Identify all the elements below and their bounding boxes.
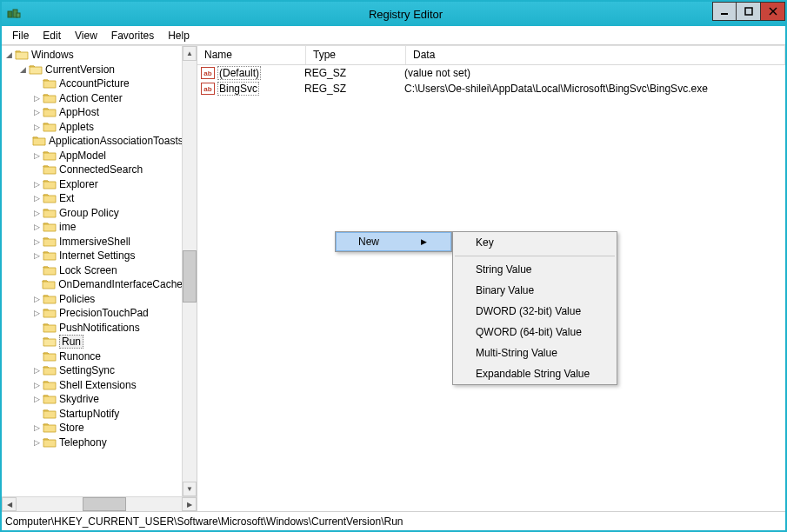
menu-favorites[interactable]: Favorites [104, 28, 161, 43]
menu-help[interactable]: Help [161, 28, 197, 43]
tree-vertical-scrollbar[interactable]: ▲ ▼ [182, 46, 197, 496]
value-data-cell: C:\Users\Oe-shilei\AppData\Local\Microso… [404, 83, 782, 95]
expand-icon[interactable]: ▷ [31, 437, 42, 448]
submenu-multistring-value[interactable]: Multi-String Value [453, 342, 617, 363]
tree-node-apphost[interactable]: ▷ AppHost [2, 105, 183, 120]
menu-view[interactable]: View [68, 28, 104, 43]
submenu-expandable-string-value[interactable]: Expandable String Value [453, 363, 617, 384]
expand-icon[interactable]: ▷ [31, 236, 42, 247]
tree-node-lock-screen[interactable]: Lock Screen [2, 263, 183, 278]
tree-node-applicationassociationtoasts[interactable]: ApplicationAssociationToasts [2, 134, 183, 149]
tree-node-telephony[interactable]: ▷ Telephony [2, 436, 183, 450]
new-submenu[interactable]: Key String Value Binary Value DWORD (32-… [452, 231, 617, 385]
scroll-down-arrow-icon[interactable]: ▼ [183, 482, 197, 496]
expand-icon[interactable]: ▷ [31, 365, 42, 376]
folder-icon [43, 264, 57, 276]
menu-file[interactable]: File [5, 28, 36, 43]
expand-icon[interactable]: ▷ [31, 122, 42, 132]
folder-icon [43, 150, 57, 162]
expand-icon[interactable]: ▷ [31, 179, 42, 190]
scroll-right-arrow-icon[interactable]: ▶ [182, 497, 197, 511]
expand-icon[interactable]: ▷ [31, 107, 42, 117]
tree-node-skydrive[interactable]: ▷ Skydrive [2, 392, 183, 407]
tree-node-label: ConnectedSearch [59, 163, 143, 176]
submenu-key[interactable]: Key [453, 232, 617, 253]
folder-icon [43, 163, 57, 176]
tree-node-action-center[interactable]: ▷ Action Center [2, 91, 183, 106]
folder-icon [43, 322, 57, 334]
expand-icon[interactable]: ▷ [31, 208, 42, 218]
scroll-track[interactable] [17, 497, 182, 511]
tree-node-ime[interactable]: ▷ ime [2, 220, 183, 235]
folder-icon [29, 63, 43, 76]
tree-node-windows[interactable]: ◢ Windows [2, 48, 183, 63]
scroll-up-arrow-icon[interactable]: ▲ [183, 46, 197, 61]
context-menu-new[interactable]: New ▶ [336, 232, 451, 251]
svg-rect-0 [8, 11, 12, 17]
folder-icon [43, 307, 57, 319]
tree-node-appmodel[interactable]: ▷ AppModel [2, 149, 183, 163]
close-button[interactable] [761, 2, 785, 21]
column-header-data[interactable]: Data [406, 46, 785, 64]
scroll-thumb[interactable] [183, 250, 197, 303]
value-name-label: (Default) [217, 66, 261, 80]
tree-node-store[interactable]: ▷ Store [2, 421, 183, 436]
scroll-track[interactable] [183, 61, 197, 482]
tree-node-startupnotify[interactable]: StartupNotify [2, 407, 183, 422]
expand-icon[interactable]: ▷ [31, 250, 42, 261]
tree-node-accountpicture[interactable]: AccountPicture [2, 76, 183, 91]
tree-node-run[interactable]: Run [2, 335, 183, 349]
submenu-dword-value[interactable]: DWORD (32-bit) Value [453, 301, 617, 322]
tree-node-ext[interactable]: ▷ Ext [2, 191, 183, 206]
expand-icon[interactable]: ▷ [31, 380, 42, 390]
tree-node-ondemandinterfacecache[interactable]: OnDemandInterfaceCache [2, 277, 183, 292]
tree-node-settingsync[interactable]: ▷ SettingSync [2, 363, 183, 378]
titlebar[interactable]: Registry Editor [2, 2, 785, 26]
expand-icon[interactable]: ▷ [31, 150, 42, 161]
expand-icon[interactable]: ▷ [31, 422, 42, 433]
context-menu[interactable]: New ▶ [335, 231, 452, 252]
tree-node-label: StartupNotify [59, 408, 119, 420]
expand-icon[interactable]: ▷ [31, 294, 42, 304]
minimize-button[interactable] [712, 2, 737, 21]
submenu-binary-value[interactable]: Binary Value [453, 280, 617, 301]
tree-node-label: Group Policy [59, 207, 119, 219]
column-header-name[interactable]: Name [197, 46, 306, 64]
collapse-icon[interactable]: ◢ [17, 64, 28, 75]
expand-icon[interactable]: ▷ [31, 222, 42, 232]
value-row[interactable]: ab BingSvc REG_SZ C:\Users\Oe-shilei\App… [197, 81, 785, 96]
tree-node-policies[interactable]: ▷ Policies [2, 292, 183, 307]
expand-icon[interactable]: ▷ [31, 193, 42, 203]
tree-node-group-policy[interactable]: ▷ Group Policy [2, 206, 183, 221]
tree-horizontal-scrollbar[interactable]: ◀ ▶ [2, 496, 197, 511]
value-row[interactable]: ab (Default) REG_SZ (value not set) [197, 65, 785, 81]
collapse-icon[interactable]: ◢ [3, 50, 14, 60]
expand-icon[interactable]: ▷ [31, 394, 42, 404]
scroll-left-arrow-icon[interactable]: ◀ [2, 497, 17, 511]
tree-node-applets[interactable]: ▷ Applets [2, 120, 183, 135]
scroll-thumb[interactable] [83, 497, 126, 511]
tree-node-currentversion[interactable]: ◢ CurrentVersion [2, 63, 183, 77]
tree-node-connectedsearch[interactable]: ConnectedSearch [2, 163, 183, 177]
tree-node-internet-settings[interactable]: ▷ Internet Settings [2, 249, 183, 263]
expand-icon[interactable]: ▷ [31, 93, 42, 103]
expander-blank [31, 279, 41, 289]
tree-panel: ◢ Windows ◢ CurrentVersion AccountPictur… [2, 46, 197, 511]
expand-icon[interactable]: ▷ [31, 308, 42, 318]
svg-rect-3 [721, 13, 728, 15]
maximize-button[interactable] [737, 2, 761, 21]
submenu-string-value[interactable]: String Value [453, 259, 617, 280]
menubar: File Edit View Favorites Help [2, 26, 785, 45]
expander-blank [31, 164, 42, 175]
tree-node-pushnotifications[interactable]: PushNotifications [2, 321, 183, 336]
registry-editor-window: Registry Editor File Edit View Favorites… [0, 0, 787, 532]
column-header-type[interactable]: Type [306, 46, 406, 64]
submenu-qword-value[interactable]: QWORD (64-bit) Value [453, 322, 617, 342]
tree-node-immersiveshell[interactable]: ▷ ImmersiveShell [2, 235, 183, 249]
tree-node-precisiontouchpad[interactable]: ▷ PrecisionTouchPad [2, 306, 183, 321]
tree-node-runonce[interactable]: Runonce [2, 349, 183, 364]
registry-tree[interactable]: ◢ Windows ◢ CurrentVersion AccountPictur… [2, 46, 183, 451]
menu-edit[interactable]: Edit [36, 28, 68, 43]
tree-node-shell-extensions[interactable]: ▷ Shell Extensions [2, 378, 183, 393]
tree-node-explorer[interactable]: ▷ Explorer [2, 177, 183, 192]
